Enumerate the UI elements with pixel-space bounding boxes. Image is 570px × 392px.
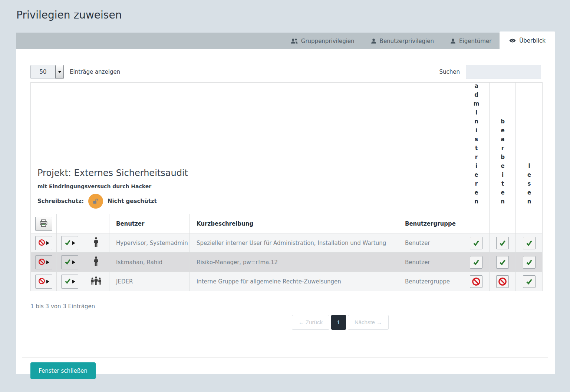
administer-denied-toggle[interactable] [470, 275, 482, 288]
user-cell: Iskmahan, Rahid [109, 253, 190, 272]
ban-icon [38, 239, 45, 247]
print-button[interactable] [35, 217, 52, 231]
column-header-empty [57, 214, 83, 233]
printer-icon [39, 219, 48, 229]
column-header-bearbeiten: bearbeiten [490, 83, 516, 214]
column-header-empty [490, 214, 516, 233]
check-icon [64, 278, 71, 286]
tab-gruppenprivilegien[interactable]: Gruppenprivilegien [283, 33, 363, 49]
deny-all-button[interactable] [35, 236, 52, 250]
allow-all-button[interactable] [61, 275, 78, 289]
column-header-empty [463, 214, 490, 233]
page-length-value: 50 [31, 65, 55, 79]
user-icon [93, 237, 99, 247]
current-page-button[interactable]: 1 [331, 315, 346, 330]
project-title: Projekt: Externes Sicherheitsaudit [37, 168, 463, 178]
group-cell: Benutzer [398, 233, 463, 253]
user-icon [371, 38, 376, 44]
footer-divider [22, 357, 548, 358]
privileges-dialog: Gruppenprivilegien Benutzerprivilegien E… [16, 33, 555, 374]
deny-all-button[interactable] [35, 275, 52, 289]
tab-benutzerprivilegien[interactable]: Benutzerprivilegien [363, 33, 442, 49]
eye-icon [509, 39, 516, 43]
triangle-right-icon [72, 280, 75, 283]
triangle-right-icon [46, 280, 49, 283]
deny-all-button[interactable] [35, 255, 52, 269]
triangle-right-icon [46, 241, 49, 245]
next-page-button[interactable]: Nächste → [348, 315, 389, 330]
tab-label: Eigentümer [459, 38, 491, 44]
page-title: Privilegien zuweisen [16, 9, 122, 21]
edit-allowed-toggle[interactable] [496, 256, 509, 269]
read-allowed-toggle[interactable] [523, 256, 536, 269]
column-header-benutzergruppe: Benutzergruppe [398, 214, 463, 233]
group-cell: Benutzer [398, 253, 463, 272]
table-row: Hypervisor, Systemadmin Spezieller inter… [31, 233, 543, 253]
triangle-right-icon [72, 260, 75, 264]
column-header-lesen: lesen [516, 83, 543, 214]
table-controls: 50 Einträge anzeigen Suchen [30, 65, 541, 79]
write-protection-status: Nicht geschützt [108, 198, 157, 205]
column-header-empty [516, 214, 543, 233]
project-info: Projekt: Externes Sicherheitsaudit mit E… [31, 83, 463, 214]
user-cell: JEDER [109, 272, 190, 291]
description-cell: interne Gruppe für allgemeine Rechte-Zuw… [190, 272, 398, 291]
triangle-right-icon [46, 260, 49, 264]
check-icon [64, 258, 71, 266]
chevron-down-icon[interactable] [55, 65, 64, 79]
tab-ueberblick[interactable]: Überblick [500, 31, 555, 50]
edit-denied-toggle[interactable] [496, 275, 509, 288]
unlock-icon[interactable] [88, 194, 103, 209]
column-header-benutzer: Benutzer [109, 214, 190, 233]
user-cell: Hypervisor, Systemadmin [109, 233, 190, 253]
tab-eigentuemer[interactable]: Eigentümer [442, 33, 500, 49]
description-cell: Spezieller interner User für Administrat… [190, 233, 398, 253]
privileges-table: Projekt: Externes Sicherheitsaudit mit E… [30, 82, 543, 291]
write-protection: Schreibschutz: Nicht geschützt [37, 194, 463, 209]
tab-label: Überblick [519, 37, 546, 44]
user-icon [450, 38, 456, 44]
group-cell: Benutzergruppe [398, 272, 463, 291]
read-allowed-toggle[interactable] [523, 237, 536, 249]
ban-icon [38, 278, 45, 286]
project-subtitle: mit Eindringungsversuch durch Hacker [37, 183, 463, 189]
administer-allowed-toggle[interactable] [470, 237, 482, 249]
users-icon [291, 38, 298, 44]
write-protection-label: Schreibschutz: [37, 198, 84, 205]
ban-icon [38, 258, 45, 266]
triangle-right-icon [72, 241, 75, 245]
pagination: ← Zurück 1 Nächste → [85, 315, 570, 330]
user-icon [93, 256, 99, 266]
administer-allowed-toggle[interactable] [470, 256, 482, 269]
column-header-administrieren: administrieren [463, 83, 490, 214]
search-input[interactable] [466, 65, 541, 79]
search-label: Suchen [439, 69, 460, 75]
tab-label: Gruppenprivilegien [301, 38, 355, 44]
group-icon [90, 276, 102, 286]
read-allowed-toggle[interactable] [523, 275, 536, 288]
column-header-kurzbeschreibung: Kurzbeschreibung [190, 214, 398, 233]
table-row: JEDER interne Gruppe für allgemeine Rech… [31, 272, 543, 291]
table-row: Iskmahan, Rahid Risiko-Manager, pw=r!ma.… [31, 253, 543, 272]
tab-label: Benutzerprivilegien [380, 38, 434, 44]
page-length-select[interactable]: 50 [30, 65, 64, 79]
previous-page-button[interactable]: ← Zurück [292, 315, 329, 330]
allow-all-button[interactable] [61, 255, 78, 269]
tab-bar: Gruppenprivilegien Benutzerprivilegien E… [16, 33, 555, 49]
table-info: 1 bis 3 von 3 Einträgen [30, 303, 541, 310]
close-window-button[interactable]: Fenster schließen [30, 362, 96, 379]
allow-all-button[interactable] [61, 236, 78, 250]
page-length-label: Einträge anzeigen [70, 69, 120, 75]
column-header-empty [83, 214, 109, 233]
check-icon [64, 239, 71, 247]
edit-allowed-toggle[interactable] [496, 237, 509, 249]
description-cell: Risiko-Manager, pw=r!ma.12 [190, 253, 398, 272]
